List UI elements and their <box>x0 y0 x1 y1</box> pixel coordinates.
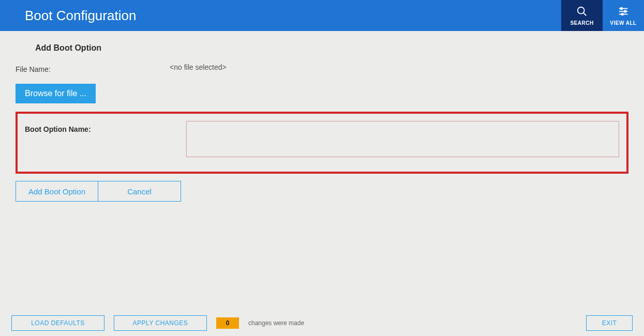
svg-point-5 <box>624 10 626 12</box>
file-name-label: File Name: <box>16 63 170 73</box>
svg-point-7 <box>621 13 623 15</box>
footer-bar: LOAD DEFAULTS APPLY CHANGES 0 changes we… <box>0 315 644 331</box>
header-bar: Boot Configuration SEARCH VIEW ALL <box>0 0 644 31</box>
add-boot-option-button[interactable]: Add Boot Option <box>16 181 98 202</box>
file-name-row: File Name: <no file selected> <box>16 63 628 73</box>
content-area: Add Boot Option File Name: <no file sele… <box>0 31 644 202</box>
action-button-row: Add Boot Option Cancel <box>16 181 628 202</box>
view-all-label: VIEW ALL <box>610 20 636 26</box>
boot-option-name-input[interactable] <box>186 121 619 157</box>
exit-button[interactable]: EXIT <box>586 315 633 331</box>
search-button[interactable]: SEARCH <box>561 0 603 31</box>
page-title: Boot Configuration <box>0 0 561 31</box>
file-name-value: <no file selected> <box>170 63 628 71</box>
change-count-text: changes were made <box>248 319 304 327</box>
boot-option-name-label: Boot Option Name: <box>25 121 186 133</box>
boot-option-name-section: Boot Option Name: <box>16 112 628 174</box>
search-icon <box>576 6 588 18</box>
browse-for-file-button[interactable]: Browse for file ... <box>16 84 96 103</box>
load-defaults-button[interactable]: LOAD DEFAULTS <box>11 315 104 331</box>
svg-line-1 <box>583 12 587 16</box>
section-heading: Add Boot Option <box>35 43 628 53</box>
apply-changes-button[interactable]: APPLY CHANGES <box>114 315 207 331</box>
svg-point-3 <box>621 7 623 9</box>
svg-point-0 <box>578 7 585 13</box>
change-count-badge: 0 <box>216 317 239 329</box>
sliders-icon <box>618 6 629 18</box>
view-all-button[interactable]: VIEW ALL <box>603 0 644 31</box>
cancel-button[interactable]: Cancel <box>98 181 181 202</box>
search-label: SEARCH <box>570 20 593 26</box>
